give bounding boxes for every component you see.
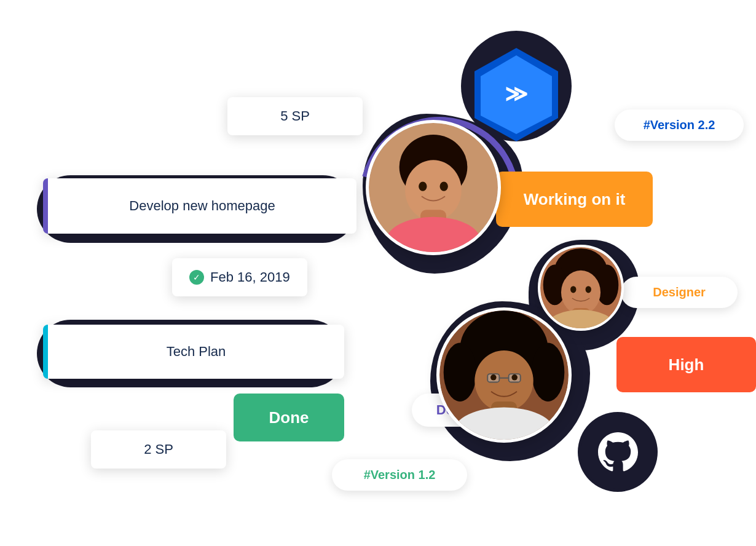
svg-point-9 <box>440 181 448 191</box>
version12-tag: #Version 1.2 <box>332 459 467 491</box>
designer-tag: Designer <box>621 277 738 308</box>
avatar-dev <box>436 307 572 443</box>
svg-text:≫: ≫ <box>505 81 528 106</box>
develop-card: Develop new homepage <box>43 178 356 234</box>
version22-label: #Version 2.2 <box>644 118 715 132</box>
techplan-label: Tech Plan <box>167 344 226 360</box>
sp5-label: 5 SP <box>280 108 310 124</box>
svg-point-21 <box>444 343 476 402</box>
svg-point-29 <box>490 374 497 381</box>
techplan-card: Tech Plan <box>43 325 344 379</box>
avatar-designer <box>538 245 624 331</box>
version12-label: #Version 1.2 <box>364 468 436 482</box>
sp2-label: 2 SP <box>144 441 173 457</box>
done-badge: Done <box>234 394 344 441</box>
high-label: High <box>669 355 704 374</box>
working-on-it-badge: Working on it <box>496 172 653 227</box>
date-badge: ✓ Feb 16, 2019 <box>172 258 307 296</box>
svg-point-17 <box>570 286 576 293</box>
svg-point-18 <box>586 286 591 293</box>
scene: ≫ 5 SP Develop new homepage ✓ Feb 16, 20… <box>0 0 756 546</box>
jira-logo: ≫ <box>467 43 565 141</box>
working-on-it-label: Working on it <box>524 190 626 209</box>
sp5-card: 5 SP <box>227 97 363 135</box>
date-label: Feb 16, 2019 <box>210 269 290 285</box>
develop-label: Develop new homepage <box>129 198 275 214</box>
version22-tag: #Version 2.2 <box>615 109 744 141</box>
svg-point-8 <box>419 181 427 191</box>
high-badge: High <box>616 337 756 392</box>
sp2-card: 2 SP <box>91 430 226 469</box>
svg-point-30 <box>511 374 518 381</box>
check-icon: ✓ <box>189 270 204 285</box>
github-icon-container <box>581 415 655 489</box>
avatar-main <box>366 120 501 255</box>
svg-point-14 <box>561 271 600 315</box>
done-label: Done <box>269 408 309 427</box>
designer-label: Designer <box>653 285 706 299</box>
svg-point-22 <box>532 343 564 402</box>
